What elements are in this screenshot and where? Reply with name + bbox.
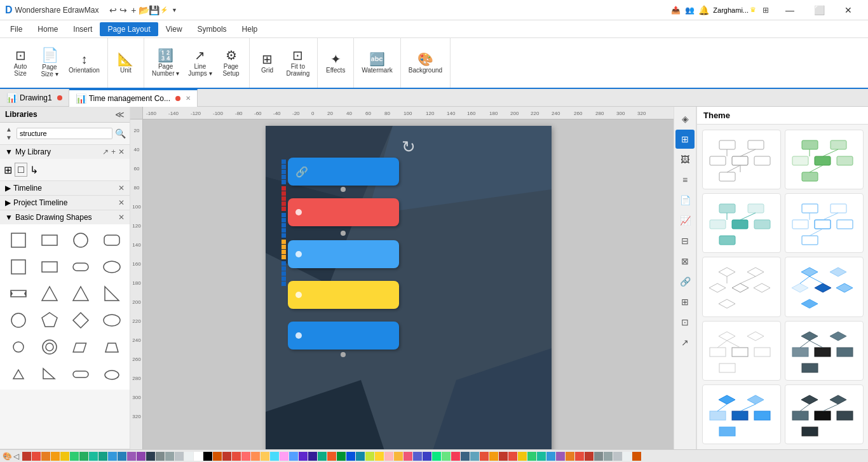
color-swatch[interactable] [108, 452, 117, 461]
shape-rect-2[interactable] [35, 255, 64, 279]
color-swatch[interactable] [403, 452, 412, 461]
timeline-close-button[interactable]: ✕ [118, 184, 125, 193]
page-setup-button[interactable]: ⚙ PageSetup [217, 46, 245, 79]
color-swatch[interactable] [127, 452, 136, 461]
notification-button[interactable]: 🔔 [699, 6, 708, 15]
shape-parallelogram[interactable] [66, 335, 95, 359]
unit-button[interactable]: 📐 Unit [112, 50, 140, 76]
page-tool-button[interactable]: 📄 [675, 191, 695, 210]
theme-card-1[interactable] [702, 130, 781, 189]
color-swatch[interactable] [118, 452, 126, 461]
color-picker-button[interactable]: 🎨 [3, 452, 12, 461]
theme-card-8[interactable] [785, 321, 864, 381]
image-tool-button[interactable]: 🖼 [675, 150, 695, 169]
color-swatch[interactable] [461, 452, 470, 461]
menu-insert[interactable]: Insert [65, 22, 100, 36]
color-swatch[interactable] [604, 452, 613, 461]
link-tool-button[interactable]: 🔗 [675, 272, 695, 291]
shape-rounded-rect[interactable] [97, 228, 126, 252]
color-swatch[interactable] [442, 452, 451, 461]
undo-button[interactable]: ↩ [109, 6, 118, 15]
shape-circle-sm[interactable] [4, 335, 32, 359]
fit-drawing-button[interactable]: ⊡ Fit toDrawing [283, 46, 314, 79]
my-library-add-button[interactable]: + [111, 147, 116, 156]
shape-ellipse[interactable] [97, 308, 126, 332]
color-swatch[interactable] [270, 452, 279, 461]
basic-shapes-header[interactable]: ▼ Basic Drawing Shapes ✕ [0, 210, 130, 224]
shape-cloud[interactable] [97, 362, 126, 386]
theme-card-9[interactable] [702, 384, 781, 444]
menu-file[interactable]: File [3, 22, 30, 36]
color-swatch[interactable] [98, 452, 107, 461]
layers-tool-button[interactable]: ≡ [675, 170, 695, 189]
color-swatch[interactable] [299, 452, 308, 461]
shape-square-2[interactable] [4, 255, 32, 279]
share-button[interactable]: 📤 [671, 6, 680, 15]
theme-card-5[interactable] [702, 257, 781, 316]
table-tool-button[interactable]: ⊟ [675, 231, 695, 250]
color-swatch[interactable] [423, 452, 431, 461]
timeline-header[interactable]: ▶ Timeline ✕ [0, 181, 130, 195]
color-swatch[interactable] [365, 452, 374, 461]
color-swatch[interactable] [489, 452, 498, 461]
minimize-button[interactable]: — [775, 0, 804, 20]
color-swatch[interactable] [232, 452, 241, 461]
color-swatch[interactable] [41, 452, 50, 461]
color-swatch[interactable] [375, 452, 384, 461]
color-swatch[interactable] [184, 452, 193, 461]
shape-circle-2[interactable] [4, 308, 32, 332]
redo-button[interactable]: ↪ [119, 6, 128, 15]
collaborate-button[interactable]: 👥 [685, 6, 694, 15]
color-swatch[interactable] [203, 452, 212, 461]
collapse-panel-button[interactable]: ≪ [115, 109, 125, 119]
new-button[interactable]: + [129, 6, 138, 15]
shape-trapezoid[interactable] [97, 335, 126, 359]
color-scroll-left[interactable]: ◁ [13, 452, 19, 461]
color-swatch[interactable] [337, 452, 346, 461]
shape-triangle[interactable] [35, 282, 64, 306]
menu-page-layout[interactable]: Page Layout [100, 22, 158, 36]
project-timeline-close-button[interactable]: ✕ [118, 198, 125, 207]
tab-time-mgmt-close[interactable]: ✕ [186, 95, 191, 102]
tab-time-management[interactable]: 📊 Time management Co... ✕ [69, 89, 198, 107]
effects-button[interactable]: ✦ Effects [322, 50, 349, 76]
page-number-button[interactable]: 🔢 PageNumber ▾ [148, 46, 183, 79]
color-swatch[interactable] [546, 452, 555, 461]
page-size-button[interactable]: 📄 PageSize ▾ [36, 46, 64, 80]
color-swatch[interactable] [470, 452, 479, 461]
nav-up-button[interactable]: ▲ [4, 125, 14, 133]
color-swatch[interactable] [51, 452, 60, 461]
color-swatch[interactable] [60, 452, 69, 461]
search-button[interactable]: 🔍 [115, 128, 126, 139]
color-swatch[interactable] [632, 452, 641, 461]
color-swatch[interactable] [623, 452, 632, 461]
shape-oval[interactable] [97, 255, 126, 279]
color-swatch[interactable] [222, 452, 231, 461]
data-tool-button[interactable]: ⊠ [675, 252, 695, 271]
color-swatch[interactable] [594, 452, 603, 461]
color-swatch[interactable] [585, 452, 593, 461]
color-swatch[interactable] [308, 452, 317, 461]
theme-card-2[interactable] [785, 130, 864, 189]
expand-tool-button[interactable]: ⊡ [675, 313, 695, 332]
menu-home[interactable]: Home [30, 22, 65, 36]
color-swatch[interactable] [318, 452, 327, 461]
menu-view[interactable]: View [158, 22, 190, 36]
color-swatch[interactable] [289, 452, 298, 461]
shape-rect[interactable] [35, 228, 64, 252]
theme-card-7[interactable] [702, 321, 781, 381]
shape-circle[interactable] [66, 228, 95, 252]
layout-button[interactable]: ⊞ [761, 6, 770, 15]
color-swatch[interactable] [137, 452, 146, 461]
background-button[interactable]: 🎨 Background [405, 50, 446, 76]
shape-rounded[interactable] [66, 362, 95, 386]
color-swatch[interactable] [527, 452, 536, 461]
theme-card-3[interactable] [702, 193, 781, 253]
theme-tool-button[interactable]: ◈ [675, 109, 695, 128]
color-swatch[interactable] [518, 452, 527, 461]
chart-tool-button[interactable]: 📈 [675, 211, 695, 230]
shape-right-triangle[interactable] [97, 282, 126, 306]
color-swatch[interactable] [32, 452, 41, 461]
color-swatch[interactable] [156, 452, 165, 461]
my-library-close-button[interactable]: ✕ [118, 147, 125, 156]
